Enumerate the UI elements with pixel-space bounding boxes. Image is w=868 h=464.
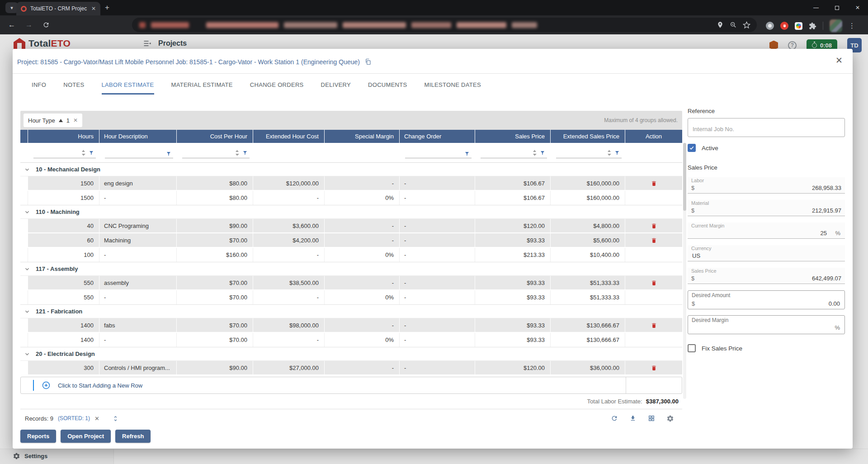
adblock-hand-icon[interactable]	[780, 22, 788, 30]
cell-desc[interactable]: Controls / HMI program...	[99, 361, 177, 374]
chevron-down-icon[interactable]	[24, 209, 30, 215]
remove-group-icon[interactable]: ✕	[73, 117, 78, 123]
filter-cell-hours[interactable]	[28, 143, 99, 162]
filter-funnel-icon[interactable]	[242, 150, 248, 156]
chevron-down-icon[interactable]	[24, 308, 30, 315]
sorted-badge[interactable]: (SORTED: 1)	[58, 415, 90, 421]
chevron-down-icon[interactable]	[24, 266, 30, 272]
maximize-button[interactable]	[826, 0, 847, 15]
tab-info[interactable]: INFO	[32, 81, 46, 95]
address-bar[interactable]	[132, 18, 757, 32]
bookmark-star-icon[interactable]	[743, 21, 750, 29]
cell-margin[interactable]: -	[325, 361, 400, 374]
col-header-ext_sales[interactable]: Extended Sales Price	[551, 130, 625, 143]
cell-ext[interactable]: $38,500.00	[253, 276, 325, 289]
current-margin-field[interactable]: Current Margin 25 %	[688, 223, 845, 239]
cell-cost[interactable]: $70.00	[177, 318, 253, 332]
cell-hours[interactable]: 300	[28, 361, 99, 374]
col-header-sales[interactable]: Sales Price	[475, 130, 551, 143]
filter-cell-cost[interactable]	[177, 143, 253, 162]
cell-ext[interactable]: $120,000.00	[253, 176, 325, 190]
cell-desc[interactable]: assembly	[99, 276, 177, 289]
cell-ext[interactable]: $27,000.00	[253, 361, 325, 374]
unfold-sort-icon[interactable]	[112, 415, 119, 422]
group-header-row[interactable]: 110 - Machining	[20, 205, 682, 219]
tab-change-orders[interactable]: CHANGE ORDERS	[250, 81, 304, 95]
chevron-down-icon[interactable]	[24, 166, 30, 173]
col-header-margin[interactable]: Special Margin	[325, 130, 400, 143]
cell-ext_sales[interactable]: $36,000.00	[551, 361, 625, 374]
delete-row-trash-icon[interactable]	[648, 362, 659, 373]
cell-margin[interactable]: -	[325, 176, 400, 190]
filter-cell-ext_sales[interactable]	[551, 143, 625, 162]
filter-funnel-icon[interactable]	[89, 150, 94, 156]
cell-hours[interactable]: 550	[28, 276, 99, 289]
filter-funnel-icon[interactable]	[464, 151, 470, 156]
cell-ext[interactable]: $3,600.00	[253, 219, 325, 232]
spinner-icon[interactable]	[607, 149, 611, 156]
filter-funnel-icon[interactable]	[166, 151, 171, 156]
spinner-icon[interactable]	[235, 149, 239, 156]
new-tab-button[interactable]: +	[105, 4, 109, 11]
filter-cell-desc[interactable]	[99, 143, 177, 162]
sort-asc-icon[interactable]	[59, 119, 63, 122]
add-circle-icon[interactable]	[42, 381, 51, 390]
cell-hours[interactable]: 1400	[28, 318, 99, 332]
table-scrollbar[interactable]	[683, 143, 686, 399]
photos-extension-icon[interactable]	[795, 22, 802, 30]
delete-row-trash-icon[interactable]	[648, 235, 659, 246]
cell-ext_sales[interactable]: $51,333.33	[551, 276, 625, 289]
refresh-button[interactable]: Refresh	[115, 430, 151, 443]
cell-cost[interactable]: $90.00	[177, 219, 253, 232]
extension-paw-icon[interactable]	[766, 22, 774, 30]
cell-change_order[interactable]: -	[400, 318, 475, 332]
cell-sales[interactable]: $93.33	[475, 276, 551, 289]
download-icon[interactable]	[629, 415, 637, 422]
cell-change_order[interactable]: -	[400, 361, 475, 374]
tab-labor-estimate[interactable]: LABOR ESTIMATE	[102, 81, 154, 95]
col-header-change_order[interactable]: Change Order	[400, 130, 475, 143]
tab-documents[interactable]: DOCUMENTS	[368, 81, 407, 95]
col-header-cost[interactable]: Cost Per Hour	[177, 130, 253, 143]
col-header-ext[interactable]: Extended Hour Cost	[253, 130, 325, 143]
cell-change_order[interactable]: -	[400, 276, 475, 289]
browser-tab[interactable]: TotalETO - CRM Projects ✕	[16, 2, 100, 15]
column-chooser-icon[interactable]	[648, 415, 655, 422]
labor-field[interactable]: Labor $ 268,958.33	[688, 177, 845, 194]
profile-avatar[interactable]	[830, 19, 842, 32]
cell-cost[interactable]: $90.00	[177, 361, 253, 374]
tab-notes[interactable]: NOTES	[63, 81, 84, 95]
cell-sales[interactable]: $106.67	[475, 176, 551, 190]
tab-close-icon[interactable]: ✕	[90, 5, 97, 12]
filter-funnel-icon[interactable]	[540, 150, 545, 156]
col-header-action[interactable]: Action	[625, 130, 682, 143]
open-project-button[interactable]: Open Project	[61, 430, 111, 443]
cell-desc[interactable]: Machining	[99, 233, 177, 247]
tab-material-estimate[interactable]: MATERIAL ESTIMATE	[171, 81, 233, 95]
extensions-puzzle-icon[interactable]	[809, 22, 816, 30]
delete-row-trash-icon[interactable]	[648, 277, 659, 288]
delete-row-trash-icon[interactable]	[648, 178, 659, 189]
location-pin-icon[interactable]	[717, 21, 724, 28]
refresh-grid-icon[interactable]	[611, 415, 618, 422]
group-header-row[interactable]: 10 - Mechanical Design	[20, 163, 682, 176]
add-row-box[interactable]: Click to Start Adding a New Row	[20, 377, 682, 394]
cell-margin[interactable]: -	[325, 318, 400, 332]
active-checkbox[interactable]	[688, 144, 696, 152]
desired-amount-field[interactable]: Desired Amount $ 0.00	[688, 290, 845, 309]
cell-ext_sales[interactable]: $4,800.00	[551, 219, 625, 232]
delete-row-trash-icon[interactable]	[648, 320, 659, 331]
cell-sales[interactable]: $93.33	[475, 233, 551, 247]
cell-change_order[interactable]: -	[400, 233, 475, 247]
cell-desc[interactable]: fabs	[99, 318, 177, 332]
cell-hours[interactable]: 60	[28, 233, 99, 247]
internal-job-input[interactable]	[688, 118, 845, 137]
material-field[interactable]: Material $ 212,915.97	[688, 200, 845, 216]
cell-margin[interactable]: -	[325, 276, 400, 289]
cell-ext[interactable]: $4,200.00	[253, 233, 325, 247]
cell-sales[interactable]: $93.33	[475, 318, 551, 332]
group-header-row[interactable]: 117 - Assembly	[20, 262, 682, 276]
delete-row-trash-icon[interactable]	[648, 220, 659, 231]
spinner-icon[interactable]	[81, 149, 85, 156]
group-header-row[interactable]: 20 - Electrical Design	[20, 347, 682, 361]
